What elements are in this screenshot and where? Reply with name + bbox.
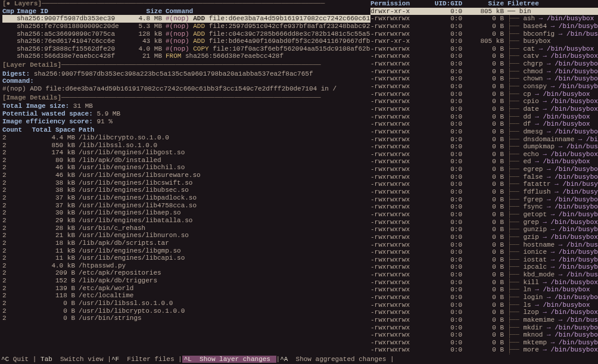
file-row[interactable]: -rwxrwxrwx0:00 B ├── mknod → /bin/busybo…: [370, 331, 598, 339]
space-row: 20 B/usr/lib/libssl.so.1.0.0: [2, 300, 370, 307]
layer-details: Digest: sha256:9007f5987db353ec398a223bc…: [2, 70, 370, 93]
space-row: 221 kB/usr/lib/engines/libnuron.so: [2, 232, 370, 239]
file-row[interactable]: -rwxrwxrwx0:00 B ├── fsync → /bin/busybo…: [370, 203, 598, 211]
file-row[interactable]: -rwxrwxrwx0:00 B ├── hostname → /bin/bus…: [370, 241, 598, 249]
file-row[interactable]: -rwxrwxrwx0:00 B ├── kbd_mode → /bin/bus…: [370, 271, 598, 279]
space-row: 246 kB/usr/lib/engines/libsureware.so: [2, 172, 370, 179]
layer-row[interactable]: sha256:76ed61741047c6cc6e43 kB#(nop) ADD…: [2, 38, 370, 45]
space-row: 211 kB/usr/lib/engines/libgmp.so: [2, 247, 370, 255]
file-row[interactable]: -rwxrwxrwx0:00 B ├── date → /bin/busybox: [370, 105, 598, 113]
contents-header: PermissionUID:GIDSizeFiletree: [370, 0, 598, 8]
file-row[interactable]: -rwxrwxrwx0:00 B ├── fatattr → /bin/busy…: [370, 181, 598, 188]
file-row[interactable]: -rwxrwxrwx0:00 B ├── mktemp → /bin/busyb…: [370, 339, 598, 347]
file-row[interactable]: -rwxrwxrwx0:00 B ├── ionice → /bin/busyb…: [370, 248, 598, 256]
file-row[interactable]: -rwxrwxrwx0:00 B ├── df → /bin/busybox: [370, 120, 598, 128]
digest-label: Digest:: [2, 70, 30, 77]
file-row[interactable]: -rwxrwxrwx0:00 B ├── chmod → /bin/busybo…: [370, 68, 598, 76]
space-row: 2850 kB/lib/libssl.so.1.0.0: [2, 142, 370, 150]
digest-value: sha256:9007f5987db353ec398a223bc5a135c5a…: [34, 70, 313, 77]
file-row[interactable]: -rwxrwxrwx0:00 B ├── login → /bin/busybo…: [370, 294, 598, 301]
file-row[interactable]: drwxr-xr-x0:0805 kB── bin: [370, 8, 598, 15]
file-row[interactable]: -rwxrwxrwx0:00 B ├── ln → /bin/busybox: [370, 286, 598, 294]
layer-row[interactable]: sha256:566d38e7eaebcc428f21 MBFROM sha25…: [2, 52, 370, 60]
file-row[interactable]: -rwxrwxrwx0:00 B ├── getopt → /bin/busyb…: [370, 211, 598, 219]
space-row: 2139 B/etc/apk/world: [2, 285, 370, 293]
image-details: Total Image size: 31 MB Potential wasted…: [2, 102, 370, 125]
layer-details-title: [Layer Details]─────────────────────────…: [2, 61, 370, 69]
file-row[interactable]: -rwxrwxrwx0:00 B ├── grep → /bin/busybox: [370, 219, 598, 226]
space-row: 229 kB/usr/lib/engines/libatalla.so: [2, 217, 370, 225]
left-pane: [● Layers]──────────────────────────────…: [0, 0, 370, 354]
space-row: 20 B/usr/lib/libcrypto.so.1.0.0: [2, 307, 370, 315]
file-row[interactable]: -rwxrwxrwx0:00 B ├── catv → /bin/busybox: [370, 52, 598, 60]
file-row[interactable]: -rwxrwxrwx0:00 B ├── egrep → /bin/busybo…: [370, 166, 598, 173]
file-row[interactable]: -rwxrwxrwx0:00 B ├── dnsdomainname → /bi…: [370, 136, 598, 144]
file-row[interactable]: -rwxrwxrwx0:00 B ├── chgrp → /bin/busybo…: [370, 60, 598, 68]
space-row: 20 B/usr/bin/strings: [2, 315, 370, 322]
file-row[interactable]: -rwxrwxrwx0:00 B ├── false → /bin/busybo…: [370, 173, 598, 181]
file-row[interactable]: -rwxrwxrwx0:00 B ├── gunzip → /bin/busyb…: [370, 226, 598, 234]
file-row[interactable]: -rwxrwxrwx0:00 B ├── cat → /bin/busybox: [370, 45, 598, 53]
file-row[interactable]: -rwxrwxrwx0:00 B ├── echo → /bin/busybox: [370, 151, 598, 158]
layer-row[interactable]: sha256:a5c36699890c7075ca128 kB#(nop) AD…: [2, 30, 370, 38]
layer-row[interactable]: sha256:9f3888cf15562dfe204.0 MB#(nop) CO…: [2, 45, 370, 53]
file-row[interactable]: -rwxrwxrwx0:00 B ├── bbconfig → /bin/bus…: [370, 30, 598, 38]
space-row: 24.0 kB/htpasswd.py: [2, 262, 370, 270]
file-row[interactable]: -rwxrwxrwx0:00 B ├── conspy → /bin/busyb…: [370, 83, 598, 91]
space-row: 280 kB/lib/apk/db/installed: [2, 157, 370, 164]
space-row: 2209 B/etc/apk/repositories: [2, 269, 370, 277]
wasted-space-table: CountTotal SpacePath 24.4 MB/lib/libcryp…: [2, 126, 370, 322]
layer-row[interactable]: sha256:fe7c9818800009c20de5.3 MB#(nop) A…: [2, 23, 370, 30]
layer-row[interactable]: sha256:9007f5987db353ec394.8 MB#(nop) AD…: [2, 15, 370, 23]
file-row[interactable]: -rwxrwxrwx0:00 B ├── ed → /bin/busybox: [370, 158, 598, 166]
file-row[interactable]: -rwxrwxrwx0:00 B ├── base64 → /bin/busyb…: [370, 23, 598, 30]
file-row[interactable]: -rwxrwxrwx0:00 B ├── lzop → /bin/busybox: [370, 309, 598, 316]
space-row: 2118 B/etc/localtime: [2, 292, 370, 300]
footer-bar: ^C Quit | Tab Switch view |^F Filter fil…: [0, 354, 598, 364]
file-row[interactable]: -rwxrwxrwx0:00 B ├── fgrep → /bin/busybo…: [370, 196, 598, 204]
file-row[interactable]: -rwxrwxrwx0:00 B ├── ash → /bin/busybox: [370, 15, 598, 23]
space-row: 237 kB/usr/lib/engines/libpadlock.so: [2, 194, 370, 202]
space-row: 24.4 MB/lib/libcrypto.so.1.0.0: [2, 134, 370, 142]
file-row[interactable]: -rwxrwxrwx0:00 B ├── fdflush → /bin/busy…: [370, 188, 598, 196]
file-row[interactable]: -rwxrwxrwx0:00 B ├── more → /bin/busybox: [370, 346, 598, 354]
file-row[interactable]: -rwxrwxrwx0:00 B ├── ipcalc → /bin/busyb…: [370, 263, 598, 271]
space-row: 218 kB/lib/apk/db/scripts.tar: [2, 239, 370, 247]
space-row: 211 kB/usr/lib/engines/libcapi.so: [2, 254, 370, 262]
file-row[interactable]: -rwxrwxrwx0:00 B ├── dmesg → /bin/busybo…: [370, 128, 598, 136]
layers-table: CmpImage IDSizeCommand sha256:9007f5987d…: [2, 8, 370, 60]
right-pane: │[Current Layer Contents]───────────────…: [370, 0, 598, 354]
image-details-title: [Image Details]─────────────────────────…: [2, 94, 370, 102]
space-row: 238 kB/usr/lib/engines/libcswift.so: [2, 179, 370, 187]
space-row: 230 kB/usr/lib/engines/libaep.so: [2, 209, 370, 217]
file-row[interactable]: -rwxrwxrwx0:00 B ├── cpio → /bin/busybox: [370, 98, 598, 105]
file-row[interactable]: -rwxrwxrwx0:00 B ├── mkdir → /bin/busybo…: [370, 324, 598, 332]
space-row: 2174 kB/usr/lib/engines/libgost.so: [2, 149, 370, 157]
file-row[interactable]: -rwxr-xr-x0:0805 kB ├── busybox: [370, 38, 598, 45]
file-row[interactable]: -rwxrwxrwx0:00 B ├── dd → /bin/busybox: [370, 113, 598, 121]
space-row: 237 kB/usr/lib/engines/lib4758cca.so: [2, 202, 370, 210]
file-row[interactable]: -rwxrwxrwx0:00 B ├── dumpkmap → /bin/bus…: [370, 143, 598, 151]
space-header: CountTotal SpacePath: [2, 126, 370, 134]
file-row[interactable]: -rwxrwxrwx0:00 B ├── chown → /bin/busybo…: [370, 75, 598, 83]
file-row[interactable]: -rwxrwxrwx0:00 B ├── gzip → /bin/busybox: [370, 234, 598, 241]
space-row: 246 kB/usr/lib/engines/libchil.so: [2, 164, 370, 172]
file-row[interactable]: -rwxrwxrwx0:00 B ├── iostat → /bin/busyb…: [370, 256, 598, 264]
file-row[interactable]: -rwxrwxrwx0:00 B ├── kill → /bin/busybox: [370, 279, 598, 287]
command-label: Command:: [2, 77, 34, 85]
file-row[interactable]: -rwxrwxrwx0:00 B ├── makemime → /bin/bus…: [370, 316, 598, 324]
space-row: 238 kB/usr/lib/engines/libubsec.so: [2, 186, 370, 194]
file-row[interactable]: -rwxrwxrwx0:00 B ├── cp → /bin/busybox: [370, 91, 598, 98]
layers-header: CmpImage IDSizeCommand: [2, 8, 370, 15]
space-row: 228 kB/usr/bin/c_rehash: [2, 225, 370, 232]
file-row[interactable]: -rwxrwxrwx0:00 B ├── ls → /bin/busybox: [370, 301, 598, 309]
space-row: 2152 B/lib/apk/db/triggers: [2, 277, 370, 285]
command-value: #(nop) ADD file:d6ee3ba7a4d59b161917082c…: [2, 85, 370, 93]
layers-section-title: [● Layers]──────────────────────────────…: [2, 0, 370, 8]
